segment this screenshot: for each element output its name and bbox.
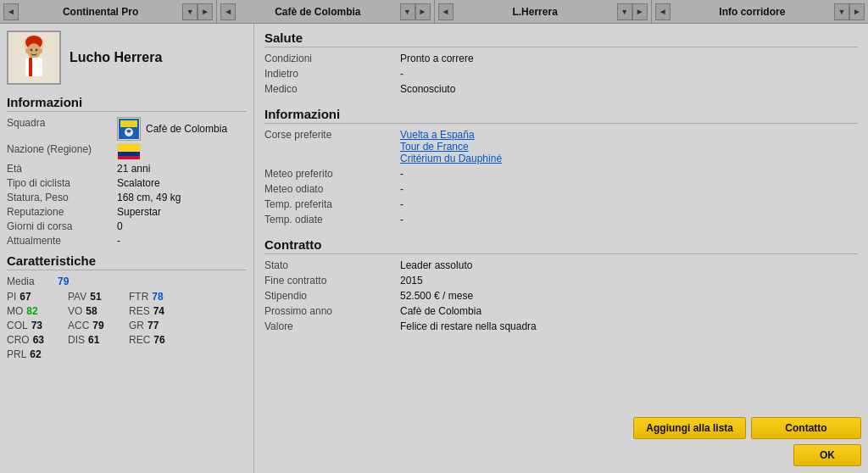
informazioni-right-title: Informazioni [264, 107, 858, 124]
svg-rect-10 [120, 120, 137, 127]
corse-preferite-row: Corse preferite Vuelta a España Tour de … [264, 129, 858, 164]
col-label: COL [7, 320, 28, 331]
pi-value: 67 [19, 291, 31, 303]
race-link-criterium[interactable]: Critérium du Dauphiné [400, 153, 858, 164]
svg-rect-4 [29, 58, 32, 76]
res-value: 74 [153, 305, 164, 317]
nav-right-arrow-4[interactable]: ► [849, 3, 865, 20]
media-row: Media 79 [7, 275, 247, 287]
valore-value: Felice di restare nella squadra [400, 320, 858, 332]
vo-label: VO [68, 305, 82, 317]
nazione-label: Nazione (Regione) [7, 143, 117, 155]
statura-value: 168 cm, 49 kg [117, 192, 247, 203]
nav-left-arrow-3[interactable]: ◄ [438, 3, 453, 20]
mo-value: 82 [26, 305, 37, 317]
stat-pav: PAV 51 [68, 291, 119, 303]
gr-label: GR [129, 320, 144, 331]
fine-contratto-label: Fine contratto [264, 275, 400, 287]
nav-section-info: ◄ Info corridore ▼ ► [652, 0, 868, 23]
left-panel: Lucho Herrera Informazioni Squadra Cafè … [0, 24, 254, 473]
main-content: Lucho Herrera Informazioni Squadra Cafè … [0, 24, 868, 473]
medico-label: Medico [264, 83, 400, 95]
nav-dropdown-2[interactable]: ▼ [400, 3, 415, 20]
gr-value: 77 [147, 320, 159, 331]
temp-odiate-label: Temp. odiate [264, 214, 400, 225]
squadra-label: Squadra [7, 117, 117, 129]
top-navigation: ◄ Continental Pro ▼ ► ◄ Cafè de Colombia… [0, 0, 868, 24]
res-label: RES [129, 305, 150, 317]
nav-left-arrow-4[interactable]: ◄ [655, 3, 670, 20]
stato-value: Leader assoluto [400, 259, 858, 271]
reputazione-label: Reputazione [7, 206, 117, 218]
nav-right-arrow-1[interactable]: ► [198, 3, 213, 20]
nav-left-arrow-1[interactable]: ◄ [3, 3, 19, 20]
temp-odiate-row: Temp. odiate - [264, 214, 858, 225]
stat-acc: ACC 79 [68, 320, 119, 331]
tipo-row: Tipo di ciclista Scalatore [7, 177, 247, 189]
age-label: Età [7, 163, 117, 175]
reputazione-row: Reputazione Superstar [7, 206, 247, 218]
temp-odiate-value: - [400, 214, 858, 225]
svg-rect-3 [25, 58, 42, 76]
indietro-label: Indietro [264, 68, 400, 80]
ftr-value: 78 [152, 291, 163, 303]
nav-right-arrow-2[interactable]: ► [415, 3, 431, 20]
rider-name: Lucho Herrera [70, 50, 162, 65]
squadra-name: Cafè de Colombia [146, 123, 227, 135]
giorni-row: Giorni di corsa 0 [7, 220, 247, 232]
svg-point-2 [27, 43, 41, 58]
age-value: 21 anni [117, 163, 247, 175]
stats-line-5: PRL 62 [7, 348, 247, 360]
attualmente-row: Attualmente - [7, 235, 247, 247]
contatto-button[interactable]: Contatto [751, 417, 861, 439]
ok-button[interactable]: OK [793, 444, 861, 466]
prl-value: 62 [30, 348, 41, 360]
media-label: Media [7, 275, 58, 287]
nav-title-3: L.Herrera [453, 6, 617, 18]
meteo-odiato-row: Meteo odiato - [264, 183, 858, 195]
contratto-section: Contratto Stato Leader assoluto Fine con… [264, 237, 858, 332]
stat-prl: PRL 62 [7, 348, 58, 360]
squadra-value: Cafè de Colombia [117, 117, 247, 141]
stats-rows: PI 67 PAV 51 FTR 78 MO 82 V [7, 291, 247, 360]
temp-preferita-label: Temp. preferita [264, 198, 400, 210]
meteo-preferito-label: Meteo preferito [264, 168, 400, 180]
meteo-preferito-value: - [400, 168, 858, 180]
aggiungi-lista-button[interactable]: Aggiungi alla lista [633, 417, 746, 439]
media-value: 79 [58, 275, 69, 287]
prossimo-anno-label: Prossimo anno [264, 305, 400, 317]
nav-dropdown-4[interactable]: ▼ [834, 3, 849, 20]
pav-label: PAV [68, 291, 86, 303]
reputazione-value: Superstar [117, 206, 247, 218]
statura-row: Statura, Peso 168 cm, 49 kg [7, 192, 247, 203]
mo-label: MO [7, 305, 23, 317]
fine-contratto-value: 2015 [400, 275, 858, 287]
medico-value: Sconosciuto [400, 83, 858, 95]
valore-row: Valore Felice di restare nella squadra [264, 320, 858, 332]
svg-point-5 [31, 49, 32, 51]
svg-point-8 [39, 48, 42, 53]
corse-preferite-values: Vuelta a España Tour de France Critérium… [400, 129, 858, 164]
salute-section: Salute Condizioni Pronto a correre Indie… [264, 31, 858, 95]
col-value: 73 [31, 320, 42, 331]
team-logo [117, 117, 141, 141]
stat-col: COL 73 [7, 320, 58, 331]
stat-ftr: FTR 78 [129, 291, 180, 303]
nazione-row: Nazione (Regione) [7, 143, 247, 160]
nav-dropdown-1[interactable]: ▼ [182, 3, 198, 20]
stat-pi: PI 67 [7, 291, 58, 303]
informazioni-right-section: Informazioni Corse preferite Vuelta a Es… [264, 107, 858, 225]
race-link-vuelta[interactable]: Vuelta a España [400, 129, 858, 141]
prossimo-anno-value: Cafè de Colombia [400, 305, 858, 317]
nav-title-2: Cafè de Colombia [236, 6, 399, 18]
race-link-tour[interactable]: Tour de France [400, 141, 858, 153]
nav-left-arrow-2[interactable]: ◄ [220, 3, 236, 20]
nazione-value [117, 143, 247, 160]
salute-title: Salute [264, 31, 858, 47]
corse-preferite-label: Corse preferite [264, 129, 400, 164]
temp-preferita-row: Temp. preferita - [264, 198, 858, 210]
nav-section-cafe: ◄ Cafè de Colombia ▼ ► [217, 0, 434, 23]
nav-dropdown-3[interactable]: ▼ [617, 3, 632, 20]
fine-contratto-row: Fine contratto 2015 [264, 275, 858, 287]
nav-right-arrow-3[interactable]: ► [632, 3, 648, 20]
